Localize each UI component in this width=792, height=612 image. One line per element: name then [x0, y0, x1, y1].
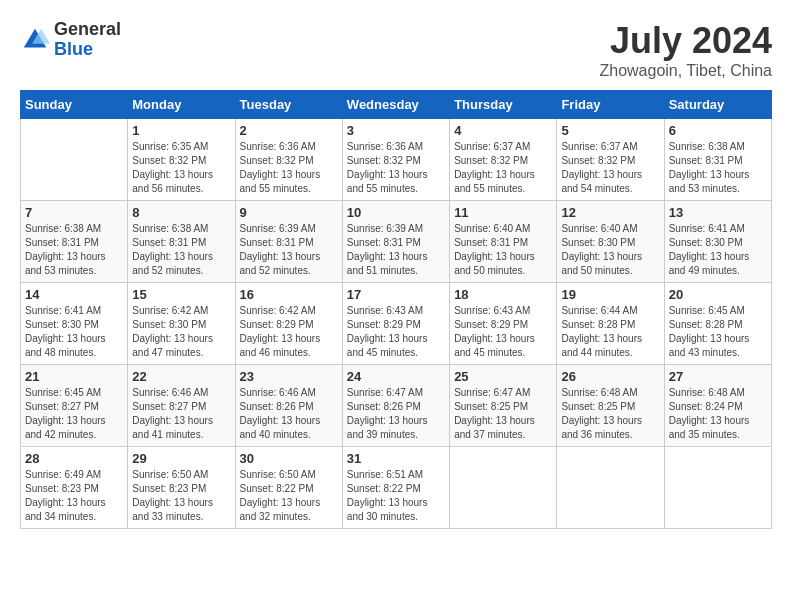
day-number: 20	[669, 287, 767, 302]
day-number: 13	[669, 205, 767, 220]
day-cell-20: 20Sunrise: 6:45 AM Sunset: 8:28 PM Dayli…	[664, 283, 771, 365]
day-number: 28	[25, 451, 123, 466]
logo-blue: Blue	[54, 40, 121, 60]
day-cell-8: 8Sunrise: 6:38 AM Sunset: 8:31 PM Daylig…	[128, 201, 235, 283]
day-number: 22	[132, 369, 230, 384]
day-info: Sunrise: 6:44 AM Sunset: 8:28 PM Dayligh…	[561, 304, 659, 360]
day-info: Sunrise: 6:51 AM Sunset: 8:22 PM Dayligh…	[347, 468, 445, 524]
day-info: Sunrise: 6:43 AM Sunset: 8:29 PM Dayligh…	[347, 304, 445, 360]
logo-icon	[20, 25, 50, 55]
day-number: 9	[240, 205, 338, 220]
day-cell-15: 15Sunrise: 6:42 AM Sunset: 8:30 PM Dayli…	[128, 283, 235, 365]
day-cell-14: 14Sunrise: 6:41 AM Sunset: 8:30 PM Dayli…	[21, 283, 128, 365]
empty-cell	[21, 119, 128, 201]
logo-text: General Blue	[54, 20, 121, 60]
day-cell-30: 30Sunrise: 6:50 AM Sunset: 8:22 PM Dayli…	[235, 447, 342, 529]
day-cell-19: 19Sunrise: 6:44 AM Sunset: 8:28 PM Dayli…	[557, 283, 664, 365]
day-info: Sunrise: 6:50 AM Sunset: 8:23 PM Dayligh…	[132, 468, 230, 524]
day-info: Sunrise: 6:41 AM Sunset: 8:30 PM Dayligh…	[25, 304, 123, 360]
day-number: 2	[240, 123, 338, 138]
day-number: 19	[561, 287, 659, 302]
day-number: 10	[347, 205, 445, 220]
day-number: 25	[454, 369, 552, 384]
day-number: 17	[347, 287, 445, 302]
day-info: Sunrise: 6:40 AM Sunset: 8:30 PM Dayligh…	[561, 222, 659, 278]
day-info: Sunrise: 6:45 AM Sunset: 8:28 PM Dayligh…	[669, 304, 767, 360]
day-cell-24: 24Sunrise: 6:47 AM Sunset: 8:26 PM Dayli…	[342, 365, 449, 447]
day-info: Sunrise: 6:50 AM Sunset: 8:22 PM Dayligh…	[240, 468, 338, 524]
day-number: 18	[454, 287, 552, 302]
day-number: 14	[25, 287, 123, 302]
day-info: Sunrise: 6:47 AM Sunset: 8:26 PM Dayligh…	[347, 386, 445, 442]
day-cell-17: 17Sunrise: 6:43 AM Sunset: 8:29 PM Dayli…	[342, 283, 449, 365]
day-number: 11	[454, 205, 552, 220]
day-header-monday: Monday	[128, 91, 235, 119]
day-cell-26: 26Sunrise: 6:48 AM Sunset: 8:25 PM Dayli…	[557, 365, 664, 447]
day-info: Sunrise: 6:48 AM Sunset: 8:24 PM Dayligh…	[669, 386, 767, 442]
month-year-title: July 2024	[599, 20, 772, 62]
day-info: Sunrise: 6:39 AM Sunset: 8:31 PM Dayligh…	[240, 222, 338, 278]
day-number: 5	[561, 123, 659, 138]
day-cell-21: 21Sunrise: 6:45 AM Sunset: 8:27 PM Dayli…	[21, 365, 128, 447]
calendar-table: SundayMondayTuesdayWednesdayThursdayFrid…	[20, 90, 772, 529]
day-cell-29: 29Sunrise: 6:50 AM Sunset: 8:23 PM Dayli…	[128, 447, 235, 529]
day-info: Sunrise: 6:43 AM Sunset: 8:29 PM Dayligh…	[454, 304, 552, 360]
day-info: Sunrise: 6:35 AM Sunset: 8:32 PM Dayligh…	[132, 140, 230, 196]
day-header-saturday: Saturday	[664, 91, 771, 119]
day-info: Sunrise: 6:46 AM Sunset: 8:26 PM Dayligh…	[240, 386, 338, 442]
day-cell-7: 7Sunrise: 6:38 AM Sunset: 8:31 PM Daylig…	[21, 201, 128, 283]
day-number: 24	[347, 369, 445, 384]
day-number: 8	[132, 205, 230, 220]
day-number: 4	[454, 123, 552, 138]
day-number: 21	[25, 369, 123, 384]
day-cell-28: 28Sunrise: 6:49 AM Sunset: 8:23 PM Dayli…	[21, 447, 128, 529]
day-cell-5: 5Sunrise: 6:37 AM Sunset: 8:32 PM Daylig…	[557, 119, 664, 201]
day-cell-31: 31Sunrise: 6:51 AM Sunset: 8:22 PM Dayli…	[342, 447, 449, 529]
day-info: Sunrise: 6:37 AM Sunset: 8:32 PM Dayligh…	[454, 140, 552, 196]
day-cell-9: 9Sunrise: 6:39 AM Sunset: 8:31 PM Daylig…	[235, 201, 342, 283]
day-info: Sunrise: 6:39 AM Sunset: 8:31 PM Dayligh…	[347, 222, 445, 278]
day-header-thursday: Thursday	[450, 91, 557, 119]
days-header-row: SundayMondayTuesdayWednesdayThursdayFrid…	[21, 91, 772, 119]
day-info: Sunrise: 6:36 AM Sunset: 8:32 PM Dayligh…	[240, 140, 338, 196]
week-row-5: 28Sunrise: 6:49 AM Sunset: 8:23 PM Dayli…	[21, 447, 772, 529]
day-number: 31	[347, 451, 445, 466]
day-number: 23	[240, 369, 338, 384]
day-info: Sunrise: 6:37 AM Sunset: 8:32 PM Dayligh…	[561, 140, 659, 196]
day-cell-11: 11Sunrise: 6:40 AM Sunset: 8:31 PM Dayli…	[450, 201, 557, 283]
day-cell-4: 4Sunrise: 6:37 AM Sunset: 8:32 PM Daylig…	[450, 119, 557, 201]
day-number: 7	[25, 205, 123, 220]
day-cell-18: 18Sunrise: 6:43 AM Sunset: 8:29 PM Dayli…	[450, 283, 557, 365]
week-row-3: 14Sunrise: 6:41 AM Sunset: 8:30 PM Dayli…	[21, 283, 772, 365]
empty-cell	[450, 447, 557, 529]
day-number: 16	[240, 287, 338, 302]
day-info: Sunrise: 6:45 AM Sunset: 8:27 PM Dayligh…	[25, 386, 123, 442]
day-cell-27: 27Sunrise: 6:48 AM Sunset: 8:24 PM Dayli…	[664, 365, 771, 447]
day-info: Sunrise: 6:48 AM Sunset: 8:25 PM Dayligh…	[561, 386, 659, 442]
title-section: July 2024 Zhowagoin, Tibet, China	[599, 20, 772, 80]
day-cell-3: 3Sunrise: 6:36 AM Sunset: 8:32 PM Daylig…	[342, 119, 449, 201]
day-cell-25: 25Sunrise: 6:47 AM Sunset: 8:25 PM Dayli…	[450, 365, 557, 447]
day-info: Sunrise: 6:38 AM Sunset: 8:31 PM Dayligh…	[669, 140, 767, 196]
day-header-tuesday: Tuesday	[235, 91, 342, 119]
location-subtitle: Zhowagoin, Tibet, China	[599, 62, 772, 80]
day-info: Sunrise: 6:38 AM Sunset: 8:31 PM Dayligh…	[25, 222, 123, 278]
day-info: Sunrise: 6:41 AM Sunset: 8:30 PM Dayligh…	[669, 222, 767, 278]
day-cell-13: 13Sunrise: 6:41 AM Sunset: 8:30 PM Dayli…	[664, 201, 771, 283]
day-cell-23: 23Sunrise: 6:46 AM Sunset: 8:26 PM Dayli…	[235, 365, 342, 447]
day-number: 15	[132, 287, 230, 302]
day-info: Sunrise: 6:46 AM Sunset: 8:27 PM Dayligh…	[132, 386, 230, 442]
day-info: Sunrise: 6:40 AM Sunset: 8:31 PM Dayligh…	[454, 222, 552, 278]
day-number: 29	[132, 451, 230, 466]
day-info: Sunrise: 6:49 AM Sunset: 8:23 PM Dayligh…	[25, 468, 123, 524]
page-header: General Blue July 2024 Zhowagoin, Tibet,…	[20, 20, 772, 80]
day-cell-16: 16Sunrise: 6:42 AM Sunset: 8:29 PM Dayli…	[235, 283, 342, 365]
day-cell-12: 12Sunrise: 6:40 AM Sunset: 8:30 PM Dayli…	[557, 201, 664, 283]
day-number: 27	[669, 369, 767, 384]
day-info: Sunrise: 6:38 AM Sunset: 8:31 PM Dayligh…	[132, 222, 230, 278]
day-number: 26	[561, 369, 659, 384]
day-cell-6: 6Sunrise: 6:38 AM Sunset: 8:31 PM Daylig…	[664, 119, 771, 201]
week-row-1: 1Sunrise: 6:35 AM Sunset: 8:32 PM Daylig…	[21, 119, 772, 201]
day-info: Sunrise: 6:42 AM Sunset: 8:30 PM Dayligh…	[132, 304, 230, 360]
day-cell-2: 2Sunrise: 6:36 AM Sunset: 8:32 PM Daylig…	[235, 119, 342, 201]
